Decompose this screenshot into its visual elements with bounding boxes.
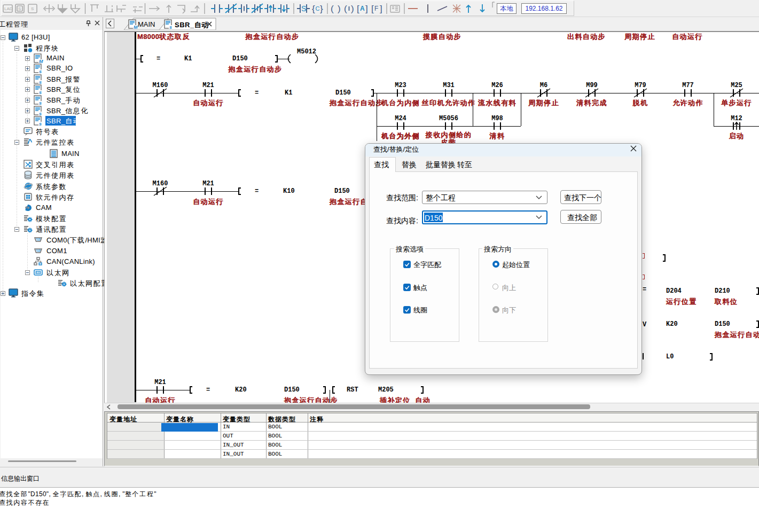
svg-text:}: } [320,4,323,14]
svg-text:S: S [18,6,21,11]
svg-text:s: s [39,111,42,116]
svg-text:s: s [39,121,42,127]
svg-text:s: s [39,69,42,74]
svg-text:): ) [338,4,341,14]
svg-text:[: [ [357,4,359,14]
svg-text:A: A [360,5,365,12]
svg-text:s: s [39,90,42,95]
svg-text:s: s [39,80,42,85]
svg-text:[: [ [371,4,374,14]
svg-text:]: ] [365,4,368,14]
svg-text:(: ( [331,4,334,14]
svg-text:LAD: LAD [4,6,13,11]
svg-text:{: { [312,4,315,14]
svg-text:s: s [169,25,172,30]
svg-text:F: F [374,5,378,12]
svg-text:S: S [301,4,306,13]
svg-text:M: M [134,25,138,30]
svg-text:): ) [351,4,354,14]
svg-text:(: ( [344,4,347,14]
svg-text:C: C [316,5,320,12]
svg-text:s: s [39,100,42,106]
svg-text:]: ] [380,4,382,14]
svg-text:S: S [31,6,34,11]
svg-text:M: M [39,59,43,64]
